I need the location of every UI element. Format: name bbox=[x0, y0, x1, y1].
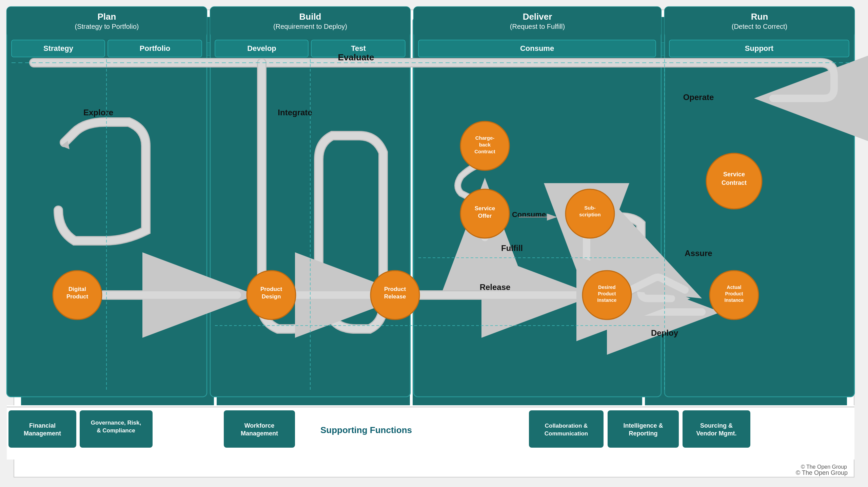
develop-subcol: Develop bbox=[219, 42, 313, 56]
plan-subcols: Strategy Portfolio bbox=[22, 42, 213, 58]
deliver-subtitle: (Request to Fulfill) bbox=[504, 33, 551, 39]
sf-financial: FinancialManagement bbox=[21, 428, 82, 453]
sf-sourcing: Sourcing &Vendor Mgmt. bbox=[786, 428, 847, 453]
plan-title: Plan bbox=[110, 21, 125, 30]
build-title: Build bbox=[304, 21, 323, 30]
portfolio-subcol: Portfolio bbox=[118, 42, 212, 56]
top-section: Plan (Strategy to Portfolio) Strategy Po… bbox=[21, 17, 847, 412]
supporting-functions: FinancialManagement Governance, Risk,& C… bbox=[21, 418, 847, 463]
deliver-subcols: Consume bbox=[413, 42, 642, 58]
column-plan: Plan (Strategy to Portfolio) Strategy Po… bbox=[21, 17, 214, 412]
run-title: Run bbox=[738, 21, 753, 30]
build-header: Build (Requirement to Deploy) bbox=[217, 18, 409, 42]
sf-workforce: WorkforceManagement bbox=[474, 428, 535, 453]
column-deliver: Deliver (Request to Fulfill) Consume bbox=[413, 17, 642, 412]
deliver-title: Deliver bbox=[515, 21, 540, 30]
plan-header: Plan (Strategy to Portfolio) bbox=[22, 18, 213, 42]
build-subcols: Develop Test bbox=[217, 42, 409, 58]
deliver-body bbox=[413, 58, 642, 411]
consume-subcol: Consume bbox=[415, 42, 639, 56]
strategy-subcol: Strategy bbox=[24, 42, 117, 56]
sf-governance: Governance, Risk,& Compliance bbox=[85, 428, 146, 453]
column-build: Build (Requirement to Deploy) Develop Te… bbox=[217, 17, 410, 412]
plan-subtitle: (Strategy to Portfolio) bbox=[90, 33, 145, 39]
plan-body bbox=[22, 58, 213, 411]
sf-intelligence: Intelligence &Reporting bbox=[722, 428, 783, 453]
sf-title: Supporting Functions bbox=[268, 436, 353, 445]
sf-collaboration: Collaboration &Communication bbox=[657, 428, 718, 453]
run-header: Run (Detect to Correct) bbox=[646, 18, 846, 42]
support-subcol: Support bbox=[648, 42, 844, 56]
diagram-area: Plan (Strategy to Portfolio) Strategy Po… bbox=[21, 17, 847, 416]
run-subcols: Support bbox=[646, 42, 846, 58]
test-subcol: Test bbox=[314, 42, 407, 56]
run-subtitle: (Detect to Correct) bbox=[722, 33, 770, 39]
deliver-header: Deliver (Request to Fulfill) bbox=[413, 18, 642, 42]
column-run: Run (Detect to Correct) Support bbox=[645, 17, 847, 412]
copyright: © The Open Group bbox=[21, 463, 847, 470]
build-body bbox=[217, 58, 409, 411]
run-body bbox=[646, 58, 846, 411]
main-container: Plan (Strategy to Portfolio) Strategy Po… bbox=[14, 9, 854, 478]
build-subtitle: (Requirement to Deploy) bbox=[282, 33, 344, 39]
